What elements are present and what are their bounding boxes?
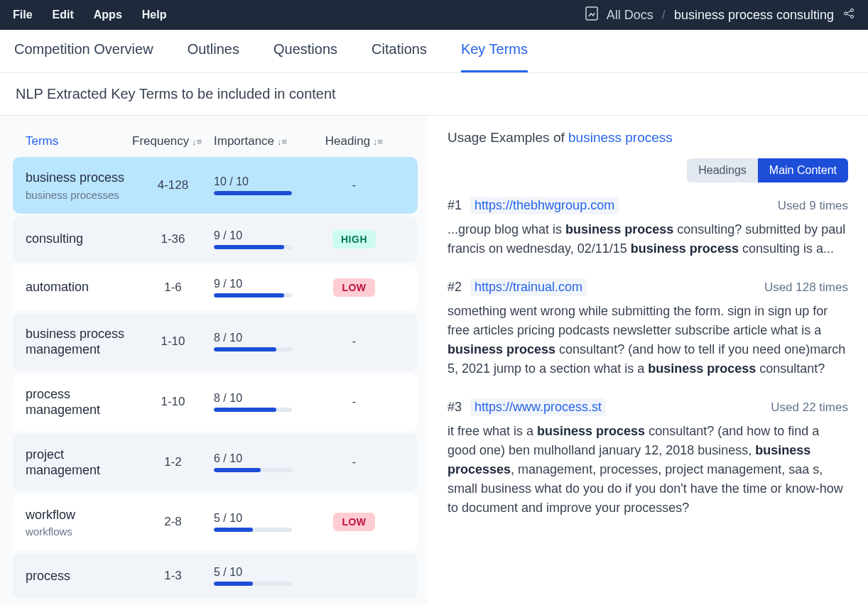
term-row[interactable]: automation1-69 / 10LOW <box>13 265 418 310</box>
menu-apps[interactable]: Apps <box>94 9 122 21</box>
example-url[interactable]: https://www.process.st <box>470 398 606 416</box>
importance-label: 9 / 10 <box>214 229 320 242</box>
sort-icon: ↓≡ <box>373 136 383 147</box>
col-terms[interactable]: Terms <box>26 134 132 148</box>
term-row[interactable]: business processbusiness processes4-1281… <box>13 157 418 214</box>
heading-cell: LOW <box>320 278 388 297</box>
example-header: #3https://www.process.stUsed 22 times <box>447 398 848 416</box>
term-cell: consulting <box>26 231 132 247</box>
sort-icon: ↓≡ <box>277 136 287 147</box>
tab-key-terms[interactable]: Key Terms <box>461 41 528 72</box>
example-item: #2https://trainual.comUsed 128 timessome… <box>447 278 848 378</box>
importance-bar <box>214 245 292 249</box>
frequency-cell: 4-128 <box>132 178 214 192</box>
example-item: #1https://thebhwgroup.comUsed 9 times...… <box>447 197 848 258</box>
toggle-main-content[interactable]: Main Content <box>758 158 848 182</box>
term-variant: business processes <box>26 189 132 201</box>
document-title: business process consulting <box>674 8 834 23</box>
importance-label: 9 / 10 <box>214 278 320 290</box>
term-name: process <box>26 568 132 584</box>
importance-cell: 9 / 10 <box>214 229 320 249</box>
example-header: #2https://trainual.comUsed 128 times <box>447 278 848 296</box>
term-name: consulting <box>26 231 132 247</box>
example-rank: #2 <box>447 280 462 295</box>
importance-label: 8 / 10 <box>214 332 320 344</box>
toggle-headings[interactable]: Headings <box>687 158 758 182</box>
term-row[interactable]: workflowworkflows2-85 / 10LOW <box>13 494 418 551</box>
example-url[interactable]: https://thebhwgroup.com <box>470 197 619 214</box>
importance-label: 10 / 10 <box>214 175 320 188</box>
example-item: #3https://www.process.stUsed 22 timesit … <box>447 398 848 518</box>
importance-bar <box>214 468 292 472</box>
top-bar: File Edit Apps Help All Docs / business … <box>0 0 868 30</box>
term-cell: business process management <box>26 326 132 358</box>
col-frequency[interactable]: Frequency↓≡ <box>132 134 214 148</box>
heading-badge-low: LOW <box>333 278 374 297</box>
importance-bar <box>214 191 292 195</box>
table-header: Terms Frequency↓≡ Importance↓≡ Heading↓≡ <box>13 129 418 157</box>
importance-label: 8 / 10 <box>214 392 320 405</box>
term-name: business process management <box>26 326 132 358</box>
term-cell: business processbusiness processes <box>26 170 132 201</box>
term-name: project management <box>26 447 132 479</box>
all-docs-link[interactable]: All Docs <box>607 8 653 23</box>
term-row[interactable]: project management1-26 / 10- <box>13 434 418 491</box>
menu-edit[interactable]: Edit <box>53 9 74 21</box>
frequency-cell: 1-3 <box>132 569 214 583</box>
tab-bar: Competition Overview Outlines Questions … <box>0 30 868 73</box>
frequency-cell: 1-36 <box>132 232 214 246</box>
tab-competition-overview[interactable]: Competition Overview <box>14 41 153 72</box>
term-cell: process management <box>26 386 132 418</box>
tab-questions[interactable]: Questions <box>273 41 337 72</box>
svg-point-3 <box>851 15 854 18</box>
term-cell: automation <box>26 279 132 295</box>
frequency-cell: 2-8 <box>132 515 214 529</box>
content-toggle: Headings Main Content <box>447 158 848 182</box>
term-row[interactable]: process1-35 / 10 <box>13 553 418 599</box>
breadcrumb: All Docs / business process consulting <box>585 6 855 24</box>
svg-point-2 <box>851 9 854 11</box>
heading-badge-low: LOW <box>333 513 374 531</box>
heading-cell: - <box>320 335 388 348</box>
example-url[interactable]: https://trainual.com <box>470 278 587 296</box>
menu-help[interactable]: Help <box>142 9 167 21</box>
share-icon[interactable] <box>842 7 855 23</box>
example-text: it free what is a business process consu… <box>447 422 848 518</box>
term-row[interactable]: consulting1-369 / 10HIGH <box>13 217 418 262</box>
content-area: Terms Frequency↓≡ Importance↓≡ Heading↓≡… <box>0 116 868 605</box>
example-count: Used 128 times <box>764 280 848 295</box>
importance-cell: 10 / 10 <box>214 175 320 195</box>
terms-list: business processbusiness processes4-1281… <box>13 157 418 599</box>
tab-citations[interactable]: Citations <box>371 41 427 72</box>
term-variant: workflows <box>26 525 132 538</box>
example-text: something went wrong while submitting th… <box>447 302 848 378</box>
example-count: Used 22 times <box>771 400 848 415</box>
svg-point-1 <box>845 12 847 15</box>
frequency-cell: 1-2 <box>132 455 214 469</box>
menu-file[interactable]: File <box>13 9 33 21</box>
term-cell: project management <box>26 447 132 479</box>
col-importance[interactable]: Importance↓≡ <box>214 134 320 148</box>
main-menu: File Edit Apps Help <box>13 9 166 21</box>
heading-badge-high: HIGH <box>332 230 376 249</box>
example-header: #1https://thebhwgroup.comUsed 9 times <box>447 197 848 214</box>
importance-cell: 9 / 10 <box>214 278 320 298</box>
term-name: automation <box>26 279 132 295</box>
importance-cell: 5 / 10 <box>214 512 320 532</box>
heading-cell: LOW <box>320 513 388 531</box>
importance-label: 5 / 10 <box>214 512 320 525</box>
doc-icon <box>585 6 598 24</box>
importance-bar <box>214 293 292 298</box>
example-count: Used 9 times <box>778 199 848 213</box>
usage-keyword: business process <box>568 130 673 145</box>
importance-cell: 8 / 10 <box>214 392 320 412</box>
frequency-cell: 1-6 <box>132 280 214 295</box>
term-name: business process <box>26 170 132 186</box>
term-row[interactable]: process management1-108 / 10- <box>13 374 418 431</box>
col-heading[interactable]: Heading↓≡ <box>320 134 388 148</box>
importance-label: 6 / 10 <box>214 452 320 465</box>
tab-outlines[interactable]: Outlines <box>188 41 239 72</box>
importance-bar <box>214 408 292 412</box>
term-row[interactable]: business process management1-108 / 10- <box>13 313 418 371</box>
examples-panel: Usage Examples of business process Headi… <box>428 116 868 605</box>
